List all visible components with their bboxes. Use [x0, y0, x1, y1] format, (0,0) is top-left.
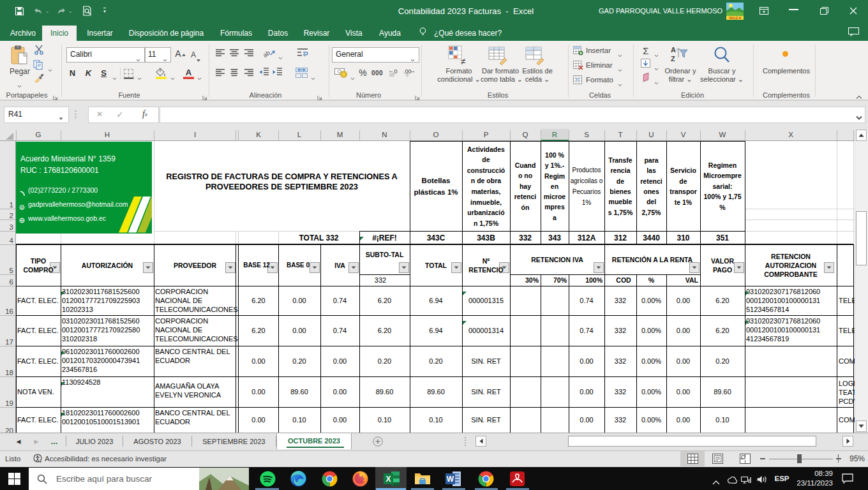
- svg-text:X: X: [385, 475, 391, 484]
- svg-text:0: 0: [406, 73, 408, 77]
- svg-text:W: W: [447, 475, 454, 484]
- svg-text:≠: ≠: [461, 56, 466, 66]
- svg-text:00: 00: [389, 73, 394, 77]
- svg-text:A: A: [671, 46, 676, 54]
- svg-text:@: @: [20, 205, 24, 209]
- svg-text:VALLE H: VALLE H: [729, 17, 741, 20]
- svg-text:A: A: [186, 68, 192, 77]
- svg-text:Z: Z: [671, 55, 675, 63]
- svg-text:ab: ab: [263, 49, 272, 58]
